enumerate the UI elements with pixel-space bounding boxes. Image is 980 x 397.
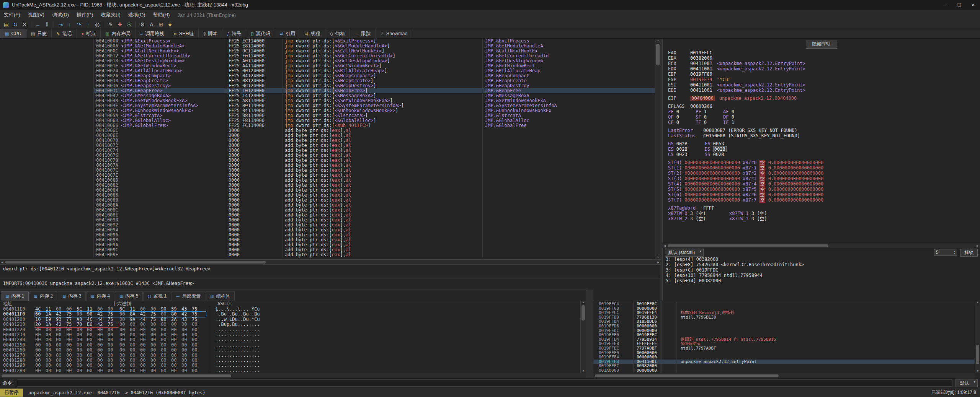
disasm-row[interactable]: 00410000 <JMP.&ExitProcess>FF25 EC114000… bbox=[0, 39, 655, 44]
register-x87tw_3[interactable]: x87TW_3 3 (空) bbox=[729, 216, 791, 221]
scrollbar-thumb[interactable] bbox=[5, 261, 266, 264]
disasm-row[interactable]: 0041009E0000add byte ptr ds:[eax],al bbox=[0, 252, 655, 257]
dump-row[interactable]: 0040123000000000000000000000000000000000… bbox=[0, 332, 580, 337]
disasm-row[interactable]: 0041003C <JMP.&HeapFree>FF25 10124000jmp… bbox=[0, 88, 655, 93]
scroll-down-arrow[interactable]: ▼ bbox=[655, 255, 661, 259]
unlock-button[interactable]: 解锁 bbox=[960, 249, 978, 257]
dump-tab-dump-1[interactable]: ▦内存 1 bbox=[1, 291, 29, 301]
stack-row[interactable]: 0019FFF400000000 bbox=[593, 355, 975, 360]
disasm-row[interactable]: 0041009C0000add byte ptr ds:[eax],al bbox=[0, 247, 655, 252]
stack-pane[interactable]: 0019FFC40019FF8C0019FFC8000000000019FFCC… bbox=[593, 301, 975, 373]
tab-cpu[interactable]: ▦CPU bbox=[0, 29, 26, 38]
disasm-row[interactable]: 00410012 <JMP.&GetCurrentThreadId>FF25 F… bbox=[0, 54, 655, 59]
stack-row[interactable]: 0019FFD800000000 bbox=[593, 324, 975, 329]
register-st1[interactable]: ST(1) 00000000000000000000 x87r1 空 0.000… bbox=[668, 165, 978, 171]
disasm-row[interactable]: 004100920000add byte ptr ds:[eax],al bbox=[0, 223, 655, 228]
arguments-pane[interactable]: 默认 (stdcall)▾ 5▴▾ 解锁 1: [esp+4] 00382000… bbox=[662, 248, 980, 301]
dump-tab-dump-2[interactable]: ▦内存 2 bbox=[29, 291, 57, 301]
disasm-row[interactable]: 00410060 <JMP.&GlobalAlloc>FF25 F8114000… bbox=[0, 118, 655, 123]
tab-symbols[interactable]: ƒ符号 bbox=[222, 29, 246, 38]
tab-snowman[interactable]: ☃Snowman bbox=[376, 29, 412, 38]
tab-breakpoints[interactable]: ●断点 bbox=[77, 29, 101, 38]
register-x87tw_1[interactable]: x87TW_1 3 (空) bbox=[729, 211, 791, 216]
argument-row[interactable]: 1: [esp+4] 00382000 bbox=[663, 257, 980, 262]
dump-tab-dump-3[interactable]: ▦内存 3 bbox=[58, 291, 86, 301]
register-edi[interactable]: EDI00411001<unpackme_aspack2.12.EntryPoi… bbox=[668, 88, 978, 93]
hide-fpu-button[interactable]: 隐藏FPU bbox=[806, 40, 837, 49]
disasm-row[interactable]: 0041002A <JMP.&HeapCompact>FF25 04124000… bbox=[0, 73, 655, 78]
dump-row[interactable]: 004011E04C1100005C1100006C11000090594375… bbox=[0, 307, 580, 312]
scroll-up-arrow[interactable]: ▲ bbox=[581, 301, 586, 304]
menu-options[interactable]: 选项(O) bbox=[124, 11, 149, 18]
bottom-splitter[interactable] bbox=[586, 290, 593, 378]
dump-vscrollbar[interactable]: ▲ ▼ bbox=[580, 301, 586, 373]
stack-row[interactable]: 0019FFC40019FF8C bbox=[593, 302, 975, 306]
assemble-icon[interactable]: ✎ bbox=[106, 21, 115, 28]
disasm-row[interactable]: 00410054 <JMP.&UnhookWindowsHookEx>FF25 … bbox=[0, 108, 655, 113]
stack-row[interactable]: 0019FFE00019FFEC bbox=[593, 333, 975, 337]
disasm-row[interactable]: 00410048 <JMP.&SetWindowsHookExA>FF25 A8… bbox=[0, 98, 655, 103]
disasm-row[interactable]: 00410018 <JMP.&GetDesktopWindow>FF25 A01… bbox=[0, 59, 655, 63]
disasm-row[interactable]: 004100860000add byte ptr ds:[eax],al bbox=[0, 193, 655, 198]
dump-row[interactable]: 0040122000000000000000000000000000000000… bbox=[0, 327, 580, 332]
calling-convention-select[interactable]: 默认 (stdcall)▾ bbox=[665, 249, 704, 257]
tab-trace[interactable]: ⋯跟踪 bbox=[350, 29, 376, 38]
disasm-row[interactable]: 004100800000add byte ptr ds:[eax],al bbox=[0, 178, 655, 183]
spinner-arrows-icon[interactable]: ▴▾ bbox=[954, 251, 955, 254]
dump-row[interactable]: 0040120010E99377A04C4475009A4475802A4375… bbox=[0, 317, 580, 322]
tab-log[interactable]: ▤日志 bbox=[26, 29, 52, 38]
scroll-down-arrow[interactable]: ▼ bbox=[581, 369, 586, 373]
register-st4[interactable]: ST(4) 00000000000000000000 x87r4 空 0.000… bbox=[668, 181, 978, 187]
profile-select[interactable]: 默认▾ bbox=[956, 379, 978, 387]
disasm-row[interactable]: 004100780000add byte ptr ds:[eax],al bbox=[0, 158, 655, 163]
disasm-row[interactable]: 004100840000add byte ptr ds:[eax],al bbox=[0, 188, 655, 193]
dump-tab-dump-4[interactable]: ▦内存 4 bbox=[86, 291, 114, 301]
menu-view[interactable]: 视图(V) bbox=[24, 11, 48, 18]
dump-tab-dump-5[interactable]: ▦内存 5 bbox=[115, 291, 143, 301]
disasm-row[interactable]: 0041005A <JMP.&lstrcatA>FF25 B8114000jmp… bbox=[0, 113, 655, 118]
register-ebx[interactable]: EBX00382000 bbox=[668, 55, 978, 61]
disasm-row[interactable]: 00410006 <JMP.&GetModuleHandleA>FF25 E81… bbox=[0, 44, 655, 49]
register-st6[interactable]: ST(6) 00000000000000000000 x87r6 空 0.000… bbox=[668, 192, 978, 197]
scrollbar-thumb[interactable] bbox=[668, 244, 828, 247]
flag-zf[interactable]: ZF 0 bbox=[668, 109, 696, 114]
pause-icon[interactable]: ‖ bbox=[43, 21, 51, 28]
dump-pane[interactable]: 地址 十六进制 ASCII 004011E04C1100005C1100006C… bbox=[0, 301, 580, 373]
segment-ds[interactable]: DS 002B bbox=[705, 146, 742, 152]
step-over-icon[interactable]: ↷ bbox=[75, 21, 83, 28]
argument-row[interactable]: 4: [esp+10] 77958944 ntdll.77958944 bbox=[663, 273, 980, 278]
favourite-icon[interactable]: ★ bbox=[166, 21, 174, 28]
disassembly-pane[interactable]: 00410000 <JMP.&ExitProcess>FF25 EC114000… bbox=[0, 39, 655, 259]
stack-vscrollbar[interactable]: ▲ ▼ bbox=[975, 301, 980, 373]
argument-row[interactable]: 2: [esp+8] 754263A0 <kernel32.BaseThread… bbox=[663, 262, 980, 267]
command-input[interactable] bbox=[17, 379, 952, 387]
segment-cs[interactable]: CS 0023 bbox=[668, 152, 705, 157]
segment-gs[interactable]: GS 002B bbox=[668, 141, 705, 146]
flag-af[interactable]: AF 0 bbox=[723, 109, 751, 114]
register-ecx[interactable]: ECX00411001<unpackme_aspack2.12.EntryPoi… bbox=[668, 61, 978, 66]
stack-row[interactable]: 0019FFEC7797A0BFntdll.7797A0BF bbox=[593, 346, 975, 351]
disasm-row[interactable]: 0041008E0000add byte ptr ds:[eax],al bbox=[0, 213, 655, 218]
dump-tab-locals[interactable]: ≔局部变量 bbox=[172, 291, 205, 301]
tab-memory-map[interactable]: ▥内存布局 bbox=[101, 29, 136, 38]
segment-es[interactable]: ES 002B bbox=[668, 146, 705, 152]
register-edx[interactable]: EDX00411001<unpackme_aspack2.12.EntryPoi… bbox=[668, 66, 978, 72]
disasm-row[interactable]: 004100720000add byte ptr ds:[eax],al bbox=[0, 143, 655, 148]
tab-handles[interactable]: ◇句柄 bbox=[325, 29, 350, 38]
register-st7[interactable]: ST(7) 00000000000000000000 x87r7 空 0.000… bbox=[668, 197, 978, 203]
tab-threads[interactable]: ⇉线程 bbox=[300, 29, 325, 38]
menu-plugins[interactable]: 插件(P) bbox=[73, 11, 97, 18]
scylla-dump-icon[interactable]: S bbox=[125, 21, 133, 28]
patches-icon[interactable]: ✚ bbox=[116, 21, 124, 28]
register-st2[interactable]: ST(2) 00000000000000000000 x87r2 空 0.000… bbox=[668, 171, 978, 176]
disasm-row[interactable]: 0041009A0000add byte ptr ds:[eax],al bbox=[0, 242, 655, 247]
stop-icon[interactable]: ✕ bbox=[20, 21, 29, 28]
dump-row[interactable]: 004011F0601A427500904275008A427500804275… bbox=[0, 312, 580, 317]
minimize-button[interactable]: – bbox=[939, 0, 952, 10]
disasm-row[interactable]: 0041004E <JMP.&SystemParametersInfoA>FF2… bbox=[0, 103, 655, 108]
run-to-user-code-icon[interactable]: ⇥ bbox=[56, 21, 65, 28]
calculator-icon[interactable]: ⊞ bbox=[157, 21, 165, 28]
dump-tab-struct[interactable]: ▥结构体 bbox=[206, 291, 234, 301]
dump-row[interactable]: 0040127000000000000000000000000000000000… bbox=[0, 353, 580, 358]
argument-depth-spinner[interactable]: 5▴▾ bbox=[934, 249, 957, 256]
